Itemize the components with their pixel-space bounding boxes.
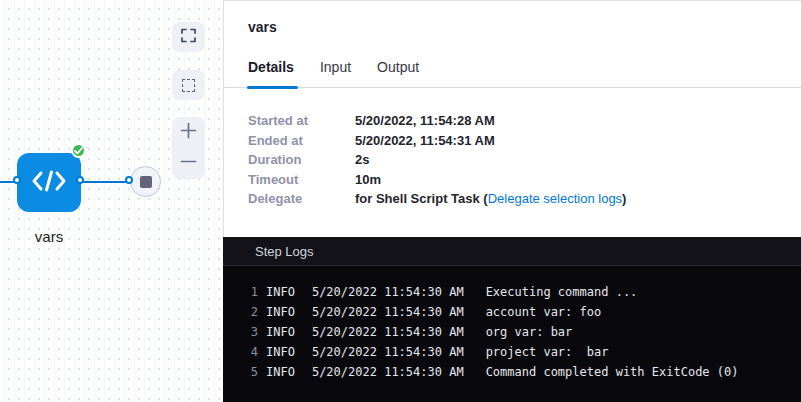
detail-row-timeout: Timeout 10m — [248, 170, 801, 190]
log-timestamp: 5/20/2022 11:54:30 AM — [312, 305, 464, 319]
log-line: 5 INFO 5/20/2022 11:54:30 AM Command com… — [223, 362, 801, 382]
code-icon — [31, 168, 67, 198]
edge-outgoing — [80, 181, 132, 183]
log-line: 2 INFO 5/20/2022 11:54:30 AM account var… — [223, 302, 801, 322]
log-message: Command completed with ExitCode (0) — [486, 365, 739, 379]
tab-details[interactable]: Details — [248, 59, 294, 87]
detail-value: 5/20/2022, 11:54:28 AM — [355, 111, 495, 131]
stop-square-icon — [140, 176, 152, 188]
details-tabs: Details Input Output — [224, 59, 801, 88]
pipeline-end-node[interactable] — [130, 166, 161, 197]
log-line: 4 INFO 5/20/2022 11:54:30 AM project var… — [223, 342, 801, 362]
details-table: Started at 5/20/2022, 11:54:28 AM Ended … — [224, 88, 801, 209]
log-message: project var: bar — [486, 345, 609, 359]
page-title: vars — [224, 1, 801, 35]
zoom-out-icon — [180, 153, 197, 174]
node-port-right — [76, 176, 84, 184]
log-timestamp: 5/20/2022 11:54:30 AM — [312, 325, 464, 339]
detail-value: for Shell Script Task (Delegate selectio… — [355, 189, 626, 209]
zoom-in-button[interactable] — [172, 117, 205, 148]
detail-value: 10m — [355, 170, 381, 190]
zoom-out-button[interactable] — [172, 148, 205, 179]
log-level: INFO — [266, 285, 295, 299]
zoom-in-icon — [180, 122, 197, 143]
detail-row-started-at: Started at 5/20/2022, 11:54:28 AM — [248, 111, 801, 131]
log-message: account var: foo — [486, 305, 602, 319]
detail-label: Delegate — [248, 189, 355, 209]
step-node-vars[interactable] — [17, 153, 81, 212]
zoom-controls — [172, 117, 205, 179]
step-node-label: vars — [5, 228, 93, 245]
detail-value: 5/20/2022, 11:54:31 AM — [355, 131, 495, 151]
step-logs-console: Step Logs 1 INFO 5/20/2022 11:54:30 AM E… — [223, 237, 801, 402]
tab-output[interactable]: Output — [377, 59, 419, 87]
detail-value: 2s — [355, 150, 369, 170]
log-line: 1 INFO 5/20/2022 11:54:30 AM Executing c… — [223, 282, 801, 302]
fit-to-screen-button[interactable] — [172, 22, 205, 52]
log-timestamp: 5/20/2022 11:54:30 AM — [312, 365, 464, 379]
log-line-number: 3 — [247, 325, 258, 339]
success-check-icon — [71, 143, 86, 158]
detail-label: Started at — [248, 111, 355, 131]
step-logs-header[interactable]: Step Logs — [223, 237, 801, 266]
log-line-number: 4 — [247, 345, 258, 359]
log-timestamp: 5/20/2022 11:54:30 AM — [312, 345, 464, 359]
step-logs-body[interactable]: 1 INFO 5/20/2022 11:54:30 AM Executing c… — [223, 266, 801, 382]
end-node-port — [125, 176, 133, 184]
detail-row-duration: Duration 2s — [248, 150, 801, 170]
detail-label: Ended at — [248, 131, 355, 151]
delegate-text-suffix: ) — [622, 191, 626, 206]
log-line: 3 INFO 5/20/2022 11:54:30 AM org var: ba… — [223, 322, 801, 342]
log-message: org var: bar — [486, 325, 573, 339]
pipeline-canvas[interactable]: vars — [0, 0, 223, 402]
detail-row-ended-at: Ended at 5/20/2022, 11:54:31 AM — [248, 131, 801, 151]
log-level: INFO — [266, 345, 295, 359]
log-message: Executing command ... — [486, 285, 638, 299]
log-level: INFO — [266, 365, 295, 379]
log-level: INFO — [266, 305, 295, 319]
log-timestamp: 5/20/2022 11:54:30 AM — [312, 285, 464, 299]
detail-label: Timeout — [248, 170, 355, 190]
log-level: INFO — [266, 325, 295, 339]
node-port-left — [13, 176, 21, 184]
reset-selection-button[interactable] — [172, 70, 205, 100]
delegate-text: for Shell Script Task ( — [355, 191, 488, 206]
log-line-number: 2 — [247, 305, 258, 319]
log-line-number: 1 — [247, 285, 258, 299]
log-line-number: 5 — [247, 365, 258, 379]
delegate-selection-logs-link[interactable]: Delegate selection logs — [488, 191, 622, 206]
fullscreen-icon — [181, 28, 196, 47]
tab-input[interactable]: Input — [320, 59, 351, 87]
step-logs-title: Step Logs — [255, 244, 314, 259]
selection-box-icon — [182, 79, 195, 92]
detail-row-delegate: Delegate for Shell Script Task (Delegate… — [248, 189, 801, 209]
detail-label: Duration — [248, 150, 355, 170]
